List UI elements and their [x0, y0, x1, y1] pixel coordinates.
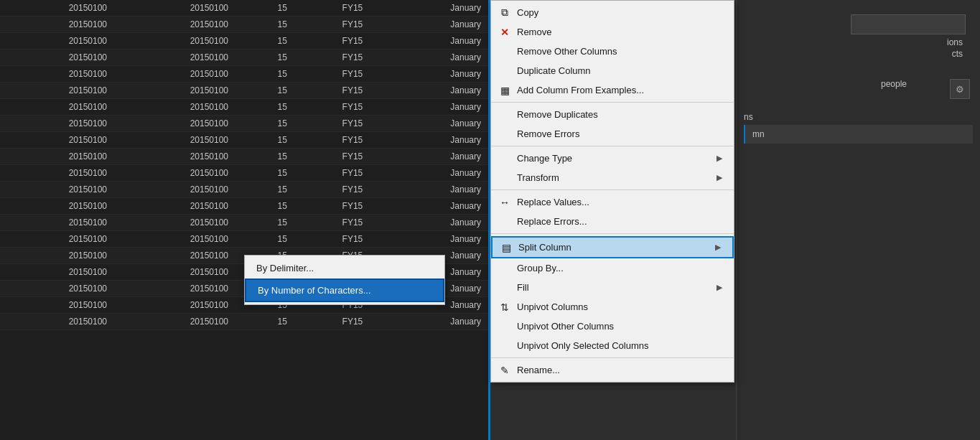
menu-item-label: Split Column [518, 242, 571, 253]
menu-item-label: Remove [517, 27, 551, 37]
table-row: 201501002015010015FY15January [0, 149, 488, 165]
ions-label: ions [744, 37, 973, 47]
menu-item-label: Duplicate Column [517, 65, 591, 76]
table-row: 201501002015010015FY15January [0, 50, 488, 66]
people-label: people [881, 79, 907, 89]
table-row: 201501002015010015FY15January [0, 314, 488, 330]
menu-separator [491, 102, 734, 103]
table-row: 201501002015010015FY15January [0, 182, 488, 198]
menu-item-label: Transform [517, 172, 559, 183]
menu-item-label: Unpivot Only Selected Columns [517, 340, 649, 351]
context-menu: ⧉Copy✕RemoveRemove Other ColumnsDuplicat… [490, 0, 734, 383]
menu-item-label: Remove Other Columns [517, 46, 617, 57]
table-row: 201501002015010015FY15January [0, 198, 488, 215]
unpivot-icon: ⇅ [498, 301, 511, 314]
submenu-arrow-icon: ▶ [717, 283, 722, 292]
split-column-submenu: By Delimiter...By Number of Characters..… [244, 255, 445, 305]
search-box[interactable] [851, 14, 966, 34]
menu-item-label: Remove Errors [517, 128, 579, 139]
table-row: 201501002015010015FY15January [0, 99, 488, 116]
menu-item-unpivot-other-columns[interactable]: Unpivot Other Columns [491, 317, 734, 336]
menu-separator [491, 357, 734, 358]
menu-item-label: Rename... [517, 365, 560, 375]
menu-item-transform[interactable]: Transform▶ [491, 168, 734, 187]
menu-item-label: Add Column From Examples... [517, 85, 644, 95]
submenu-item-by-number-of-characters[interactable]: By Number of Characters... [245, 278, 444, 302]
menu-item-replace-values[interactable]: ↔Replace Values... [491, 192, 734, 212]
menu-separator [491, 233, 734, 234]
submenu-arrow-icon: ▶ [715, 243, 721, 252]
submenu-item-by-delimiter[interactable]: By Delimiter... [245, 258, 444, 278]
copy-icon: ⧉ [498, 6, 511, 19]
column-item-label-1: ns [744, 111, 973, 123]
menu-item-label: Change Type [517, 153, 572, 164]
split-icon: ▤ [500, 241, 513, 254]
menu-item-unpivot-columns[interactable]: ⇅Unpivot Columns [491, 297, 734, 317]
menu-item-label: Remove Duplicates [517, 109, 598, 120]
menu-item-rename[interactable]: ✎Rename... [491, 360, 734, 380]
menu-item-change-type[interactable]: Change Type▶ [491, 149, 734, 168]
menu-item-split-column[interactable]: ▤Split Column▶ [491, 236, 734, 258]
menu-item-remove-errors[interactable]: Remove Errors [491, 124, 734, 144]
cts-label: cts [744, 49, 973, 59]
add-col-icon: ▦ [498, 84, 511, 97]
table-row: 201501002015010015FY15January [0, 83, 488, 99]
menu-item-label: Copy [517, 7, 538, 18]
data-table-area: 201501002015010015FY15January20150100201… [0, 0, 488, 440]
right-panel: ions cts people ⚙ ns mn [736, 0, 980, 440]
menu-separator [491, 146, 734, 146]
menu-item-remove[interactable]: ✕Remove [491, 22, 734, 42]
table-row: 201501002015010015FY15January [0, 33, 488, 50]
table-row: 201501002015010015FY15January [0, 116, 488, 132]
menu-item-add-column-from-examples[interactable]: ▦Add Column From Examples... [491, 80, 734, 100]
menu-item-label: Unpivot Columns [517, 301, 588, 312]
menu-item-remove-duplicates[interactable]: Remove Duplicates [491, 105, 734, 124]
menu-item-unpivot-only-selected[interactable]: Unpivot Only Selected Columns [491, 336, 734, 355]
menu-item-label: Group By... [517, 263, 564, 273]
columns-label: ns [737, 111, 980, 123]
table-row: 201501002015010015FY15January [0, 165, 488, 182]
menu-item-remove-other-columns[interactable]: Remove Other Columns [491, 42, 734, 61]
menu-item-replace-errors[interactable]: Replace Errors... [491, 212, 734, 231]
menu-item-fill[interactable]: Fill▶ [491, 278, 734, 297]
menu-separator [491, 189, 734, 190]
table-row: 201501002015010015FY15January [0, 231, 488, 248]
column-item[interactable]: mn [744, 125, 973, 144]
right-panel-top: ions cts [737, 0, 980, 72]
submenu-arrow-icon: ▶ [717, 173, 722, 182]
rename-icon: ✎ [498, 364, 511, 377]
table-row: 201501002015010015FY15January [0, 215, 488, 231]
menu-item-label: Replace Values... [517, 197, 589, 207]
table-row: 201501002015010015FY15January [0, 66, 488, 83]
table-row: 201501002015010015FY15January [0, 17, 488, 33]
menu-item-label: Replace Errors... [517, 216, 587, 227]
menu-item-copy[interactable]: ⧉Copy [491, 3, 734, 22]
menu-item-duplicate-column[interactable]: Duplicate Column [491, 61, 734, 80]
submenu-arrow-icon: ▶ [717, 154, 722, 163]
table-row: 201501002015010015FY15January [0, 0, 488, 17]
table-row: 201501002015010015FY15January [0, 132, 488, 149]
menu-item-label: Unpivot Other Columns [517, 321, 614, 332]
menu-item-group-by[interactable]: Group By... [491, 258, 734, 278]
red-x-icon: ✕ [498, 26, 511, 39]
gear-button[interactable]: ⚙ [950, 79, 970, 99]
menu-item-label: Fill [517, 282, 529, 293]
replace-icon: ↔ [498, 196, 511, 209]
